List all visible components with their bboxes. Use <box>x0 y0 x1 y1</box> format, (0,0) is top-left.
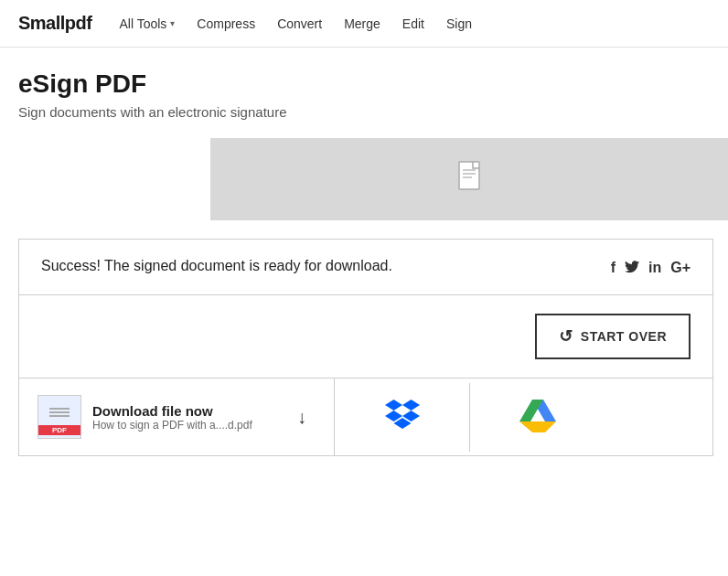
facebook-icon[interactable]: f <box>611 260 616 276</box>
download-info: Download file now How to sign a PDF with… <box>92 403 252 432</box>
file-icon <box>458 161 484 198</box>
nav-compress[interactable]: Compress <box>197 16 255 31</box>
file-drop-area[interactable] <box>210 138 728 220</box>
svg-rect-0 <box>459 162 479 189</box>
doc-lines <box>49 408 70 417</box>
main-nav: All Tools ▾ Compress Convert Merge Edit … <box>119 16 472 31</box>
nav-merge[interactable]: Merge <box>344 16 380 31</box>
nav-edit[interactable]: Edit <box>402 16 424 31</box>
nav-sign[interactable]: Sign <box>446 16 472 31</box>
dropbox-icon[interactable] <box>385 400 420 435</box>
success-top: Success! The signed document is ready fo… <box>19 240 712 295</box>
nav-convert[interactable]: Convert <box>277 16 322 31</box>
pdf-file-icon: PDF <box>37 395 81 439</box>
svg-marker-5 <box>402 400 420 411</box>
header: Smallpdf All Tools ▾ Compress Convert Me… <box>0 0 728 48</box>
start-over-label: START OVER <box>581 329 667 344</box>
svg-marker-11 <box>519 421 556 432</box>
success-box: Success! The signed document is ready fo… <box>18 239 713 456</box>
download-subtitle: How to sign a PDF with a....d.pdf <box>92 419 252 432</box>
pdf-label: PDF <box>38 425 80 435</box>
nav-all-tools[interactable]: All Tools ▾ <box>119 16 175 31</box>
linkedin-icon[interactable]: in <box>648 260 661 276</box>
start-over-icon: ↺ <box>559 326 573 347</box>
success-actions: ↺ START OVER <box>19 295 712 379</box>
download-arrow-icon[interactable]: ↓ <box>297 407 316 428</box>
googleplus-icon[interactable]: G+ <box>670 260 691 276</box>
success-message: Success! The signed document is ready fo… <box>41 258 392 274</box>
main-content: eSign PDF Sign documents with an electro… <box>0 48 728 456</box>
google-drive-icon[interactable] <box>519 400 556 435</box>
download-row: PDF Download file now How to sign a PDF … <box>19 379 712 455</box>
logo[interactable]: Smallpdf <box>18 13 91 34</box>
chevron-icon: ▾ <box>170 18 175 28</box>
drive-section[interactable] <box>470 383 605 452</box>
start-over-button[interactable]: ↺ START OVER <box>535 314 691 359</box>
twitter-icon[interactable] <box>625 261 639 276</box>
social-icons: f in G+ <box>611 260 691 276</box>
dropbox-section[interactable] <box>335 383 470 452</box>
page-title: eSign PDF <box>18 69 710 99</box>
download-section: PDF Download file now How to sign a PDF … <box>19 379 335 455</box>
download-title: Download file now <box>92 403 252 419</box>
svg-marker-4 <box>385 400 402 411</box>
page-subtitle: Sign documents with an electronic signat… <box>18 104 710 120</box>
